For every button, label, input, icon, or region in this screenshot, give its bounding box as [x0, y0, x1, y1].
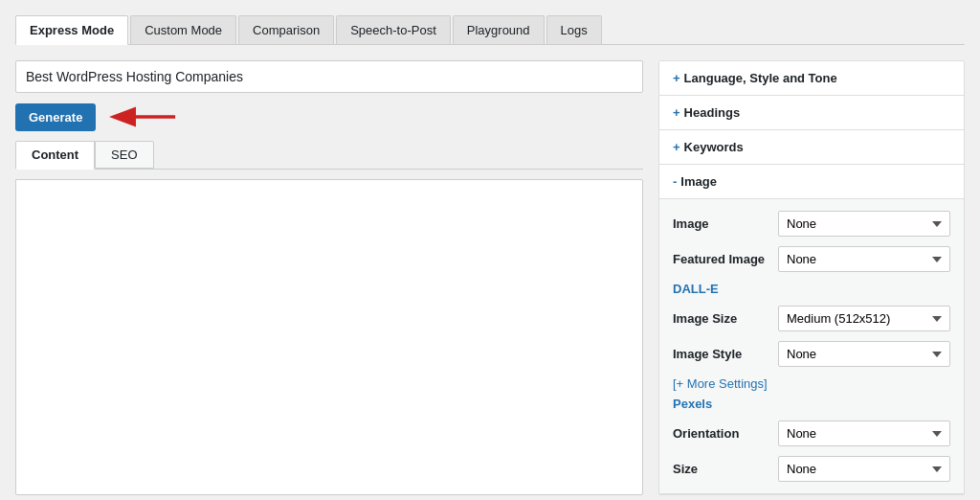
accordion-header-language[interactable]: + Language, Style and Tone: [659, 61, 964, 95]
tab-logs[interactable]: Logs: [546, 15, 602, 44]
main-tabs: Express Mode Custom Mode Comparison Spee…: [15, 15, 965, 45]
accordion-language-style-tone: + Language, Style and Tone: [659, 61, 964, 96]
image-field-row: Image None Auto Unsplash Pexels DALL-E: [673, 211, 950, 237]
featured-image-field-row: Featured Image None Auto First Image: [673, 246, 950, 272]
tab-speech-to-post[interactable]: Speech-to-Post: [336, 15, 451, 44]
generate-button[interactable]: Generate: [15, 103, 96, 131]
more-settings-link[interactable]: [+ More Settings]: [673, 376, 950, 391]
accordion-prefix-headings: +: [673, 105, 680, 120]
image-style-field-row: Image Style None Vivid Natural: [673, 341, 950, 367]
image-size-label: Image Size: [673, 311, 778, 326]
accordion-label-language: Language, Style and Tone: [684, 71, 837, 85]
accordion-prefix-image: -: [673, 174, 677, 189]
orientation-field-row: Orientation None Landscape Portrait Squa…: [673, 420, 950, 446]
left-panel: Generate Content SEO: [15, 60, 643, 495]
main-layout: Generate Content SEO: [15, 60, 965, 495]
app-container: Express Mode Custom Mode Comparison Spee…: [0, 0, 980, 500]
pexels-link[interactable]: Pexels: [673, 397, 950, 411]
size-field-row: Size None Large Medium Small: [673, 456, 950, 482]
dalle-link[interactable]: DALL-E: [673, 282, 950, 296]
title-input[interactable]: [15, 60, 643, 93]
tab-express-mode[interactable]: Express Mode: [15, 15, 128, 45]
sub-tab-content[interactable]: Content: [15, 141, 95, 170]
featured-image-select[interactable]: None Auto First Image: [778, 246, 950, 272]
accordion-body-image: Image None Auto Unsplash Pexels DALL-E F…: [659, 198, 964, 493]
size-label: Size: [673, 462, 778, 476]
sub-tab-seo[interactable]: SEO: [95, 141, 153, 169]
accordion-headings: + Headings: [659, 96, 964, 130]
accordion-header-headings[interactable]: + Headings: [659, 96, 964, 129]
accordion-header-image[interactable]: - Image: [659, 165, 964, 198]
sub-tabs: Content SEO: [15, 141, 643, 170]
size-select[interactable]: None Large Medium Small: [778, 456, 950, 482]
generate-row: Generate: [15, 102, 643, 131]
image-size-select[interactable]: Small (256x256) Medium (512x512) Large (…: [778, 306, 950, 331]
arrow-indicator: [107, 102, 184, 131]
content-area[interactable]: [15, 179, 643, 495]
accordion-header-keywords[interactable]: + Keywords: [659, 130, 964, 164]
accordion-keywords: + Keywords: [659, 130, 964, 165]
accordion-label-keywords: Keywords: [684, 140, 744, 154]
orientation-select[interactable]: None Landscape Portrait Square: [778, 420, 950, 446]
red-arrow-icon: [107, 102, 184, 131]
accordion-prefix-language: +: [673, 71, 680, 85]
tab-custom-mode[interactable]: Custom Mode: [130, 15, 236, 44]
image-style-label: Image Style: [673, 347, 778, 361]
accordion-prefix-keywords: +: [673, 140, 680, 154]
orientation-label: Orientation: [673, 426, 778, 441]
tab-comparison[interactable]: Comparison: [238, 15, 334, 44]
right-panel: + Language, Style and Tone + Headings + …: [658, 60, 965, 495]
image-size-field-row: Image Size Small (256x256) Medium (512x5…: [673, 306, 950, 331]
accordion-image: - Image Image None Auto Unsplash Pexels …: [659, 165, 964, 494]
accordion-label-image: Image: [680, 174, 717, 189]
image-field-label: Image: [673, 216, 778, 231]
featured-image-label: Featured Image: [673, 252, 778, 266]
tab-playground[interactable]: Playground: [453, 15, 545, 44]
image-select[interactable]: None Auto Unsplash Pexels DALL-E: [778, 211, 950, 237]
image-style-select[interactable]: None Vivid Natural: [778, 341, 950, 367]
accordion-label-headings: Headings: [684, 105, 741, 120]
